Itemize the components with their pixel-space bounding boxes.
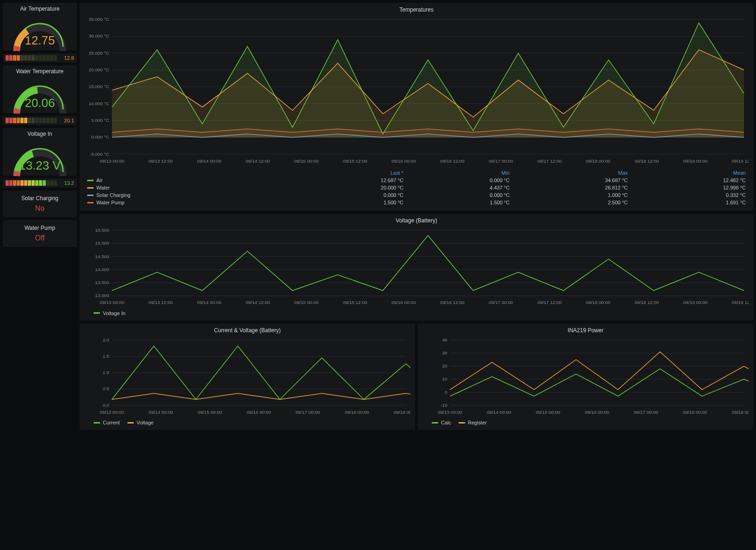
svg-text:13.500: 13.500 — [95, 280, 109, 285]
ina219-power-legend: Calc Register — [422, 418, 749, 425]
solar-charging-value: No — [6, 204, 74, 213]
air-temp-gauge: 12.75 — [6, 14, 74, 48]
air-temp-bar-panel[interactable]: 12.8 — [3, 53, 77, 63]
svg-text:09/16 00:00: 09/16 00:00 — [391, 300, 416, 305]
solar-charging-panel[interactable]: Solar Charging No — [3, 190, 77, 217]
table-row[interactable]: Water 20.000 °C4.437 °C26.812 °C12.998 °… — [84, 184, 749, 191]
air-temp-title: Air Temperature — [6, 6, 74, 12]
table-row[interactable]: Water Pump 1.500 °C1.500 °C2.500 °C1.691… — [84, 199, 749, 206]
temperatures-title: Temperatures — [84, 6, 749, 13]
svg-text:09/17 00:00: 09/17 00:00 — [489, 300, 513, 305]
svg-text:09/15 00:00: 09/15 00:00 — [294, 158, 319, 164]
svg-text:0.5: 0.5 — [103, 386, 109, 391]
table-row[interactable]: Air 12.687 °C0.000 °C34.687 °C12.482 °C — [84, 177, 749, 184]
svg-text:09/13 00:00: 09/13 00:00 — [100, 300, 125, 305]
water-temp-gauge: 20.06 — [6, 76, 74, 110]
svg-text:20.000 °C: 20.000 °C — [88, 67, 109, 72]
svg-text:09/17 12:00: 09/17 12:00 — [537, 158, 562, 164]
water-temp-value: 20.06 — [25, 96, 55, 110]
svg-text:09/17 00:00: 09/17 00:00 — [634, 409, 658, 414]
water-temp-bar-cells — [6, 118, 62, 123]
voltage-in-bar-label: 13.2 — [64, 180, 74, 186]
svg-text:5.000 °C: 5.000 °C — [91, 118, 109, 123]
water-pump-panel[interactable]: Water Pump Off — [3, 220, 77, 247]
svg-text:09/13 12:00: 09/13 12:00 — [148, 300, 173, 305]
ina219-power-title: INA219 Power — [422, 327, 749, 334]
svg-text:25.000 °C: 25.000 °C — [88, 51, 109, 56]
water-temp-bar-label: 20.1 — [64, 118, 74, 123]
water-temp-gauge-panel[interactable]: Water Temperature 20.06 — [3, 65, 77, 113]
water-temp-title: Water Temperature — [6, 68, 74, 75]
voltage-battery-chart-panel[interactable]: Voltage (Battery) 13.00013.50014.00014.5… — [80, 214, 753, 321]
svg-text:30.000 °C: 30.000 °C — [88, 33, 109, 38]
voltage-in-value: 13.23 V — [19, 158, 61, 173]
svg-text:20: 20 — [442, 363, 448, 368]
svg-text:09/19 00:00: 09/19 00:00 — [394, 409, 410, 414]
svg-text:14.500: 14.500 — [95, 253, 109, 259]
svg-text:35.000 °C: 35.000 °C — [88, 17, 109, 22]
air-temp-bar-label: 12.8 — [64, 55, 74, 61]
svg-text:15.500: 15.500 — [95, 228, 109, 233]
svg-text:09/16 00:00: 09/16 00:00 — [585, 409, 610, 414]
solar-charging-title: Solar Charging — [6, 195, 74, 202]
svg-text:1.5: 1.5 — [103, 354, 109, 359]
voltage-in-gauge-panel[interactable]: Voltage In 13.23 V — [3, 128, 77, 176]
air-temp-value: 12.75 — [25, 33, 55, 48]
voltage-in-bar-panel[interactable]: 13.2 — [3, 178, 77, 188]
svg-text:1.0: 1.0 — [103, 370, 109, 375]
svg-text:09/14 00:00: 09/14 00:00 — [149, 409, 173, 414]
svg-text:14.000: 14.000 — [95, 266, 109, 272]
svg-text:09/14 12:00: 09/14 12:00 — [246, 158, 270, 164]
temperatures-stats-table: Last * Min Max Mean Air 12.687 °C0.000 °… — [84, 169, 749, 206]
svg-text:09/18 12:00: 09/18 12:00 — [635, 158, 659, 164]
voltage-in-bar-cells — [6, 180, 62, 186]
current-voltage-chart-panel[interactable]: Current & Voltage (Battery) 0.00.51.01.5… — [80, 323, 415, 430]
svg-text:09/18 12:00: 09/18 12:00 — [635, 300, 659, 305]
svg-text:30: 30 — [442, 350, 448, 355]
temperatures-chart-panel[interactable]: Temperatures -5.000 °C0.000 °C5.000 °C10… — [80, 3, 753, 211]
svg-text:13.000: 13.000 — [95, 293, 109, 298]
svg-text:09/14 12:00: 09/14 12:00 — [246, 300, 270, 305]
svg-text:09/18 00:00: 09/18 00:00 — [683, 409, 707, 414]
svg-text:09/15 00:00: 09/15 00:00 — [294, 300, 319, 305]
svg-text:09/14 00:00: 09/14 00:00 — [197, 300, 221, 305]
svg-text:09/19 00:00: 09/19 00:00 — [732, 409, 749, 414]
svg-text:09/18 00:00: 09/18 00:00 — [345, 409, 369, 414]
voltage-battery-chart[interactable]: 13.00013.50014.00014.50015.00015.50009/1… — [84, 226, 749, 309]
svg-text:0: 0 — [445, 389, 447, 394]
svg-text:-10: -10 — [441, 403, 447, 408]
table-row[interactable]: Solar Charging 0.000 °C0.000 °C1.000 °C0… — [84, 191, 749, 199]
svg-text:09/13 00:00: 09/13 00:00 — [100, 409, 124, 414]
svg-text:09/16 12:00: 09/16 12:00 — [440, 300, 465, 305]
svg-text:09/14 00:00: 09/14 00:00 — [197, 158, 221, 164]
svg-text:09/19 00:00: 09/19 00:00 — [683, 300, 708, 305]
svg-text:09/15 12:00: 09/15 12:00 — [343, 158, 367, 164]
svg-text:09/19 12:00: 09/19 12:00 — [732, 300, 749, 305]
water-pump-title: Water Pump — [6, 225, 74, 231]
svg-text:09/13 00:00: 09/13 00:00 — [100, 158, 125, 164]
current-voltage-legend: Current Voltage — [84, 418, 410, 425]
voltage-in-title: Voltage In — [6, 131, 74, 137]
svg-text:15.000: 15.000 — [95, 240, 109, 246]
current-voltage-chart[interactable]: 0.00.51.01.52.009/13 00:0009/14 00:0009/… — [84, 335, 410, 418]
svg-text:09/19 12:00: 09/19 12:00 — [732, 158, 749, 164]
svg-text:0.000 °C: 0.000 °C — [91, 134, 109, 139]
voltage-battery-legend: Voltage In — [84, 309, 749, 316]
svg-text:09/13 12:00: 09/13 12:00 — [148, 158, 173, 164]
svg-text:0.0: 0.0 — [103, 403, 109, 408]
svg-text:09/15 12:00: 09/15 12:00 — [343, 300, 367, 305]
current-voltage-title: Current & Voltage (Battery) — [84, 327, 410, 334]
air-temp-bar-cells — [6, 55, 62, 61]
svg-text:09/17 00:00: 09/17 00:00 — [296, 409, 320, 414]
svg-text:2.0: 2.0 — [103, 337, 109, 342]
ina219-power-chart[interactable]: -1001020304009/13 00:0009/14 00:0009/15 … — [422, 335, 749, 418]
svg-text:10: 10 — [442, 376, 448, 381]
svg-text:09/18 00:00: 09/18 00:00 — [586, 158, 611, 164]
water-temp-bar-panel[interactable]: 20.1 — [3, 116, 77, 125]
temperatures-chart[interactable]: -5.000 °C0.000 °C5.000 °C10.000 °C15.000… — [84, 15, 749, 167]
ina219-power-chart-panel[interactable]: INA219 Power -1001020304009/13 00:0009/1… — [418, 323, 753, 430]
svg-text:09/17 00:00: 09/17 00:00 — [489, 158, 513, 164]
air-temp-gauge-panel[interactable]: Air Temperature 12.75 — [3, 3, 77, 51]
voltage-battery-title: Voltage (Battery) — [84, 217, 749, 224]
voltage-in-gauge: 13.23 V — [6, 139, 74, 173]
